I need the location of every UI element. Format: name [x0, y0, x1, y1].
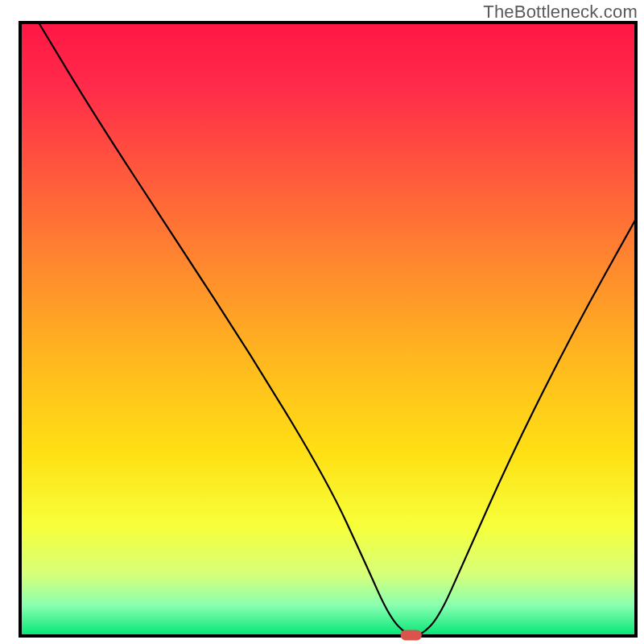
watermark-text: TheBottleneck.com: [483, 2, 638, 23]
chart-container: TheBottleneck.com: [0, 0, 644, 644]
optimal-marker: [401, 630, 422, 641]
gradient-background: [20, 23, 636, 636]
bottleneck-chart: [0, 0, 644, 644]
